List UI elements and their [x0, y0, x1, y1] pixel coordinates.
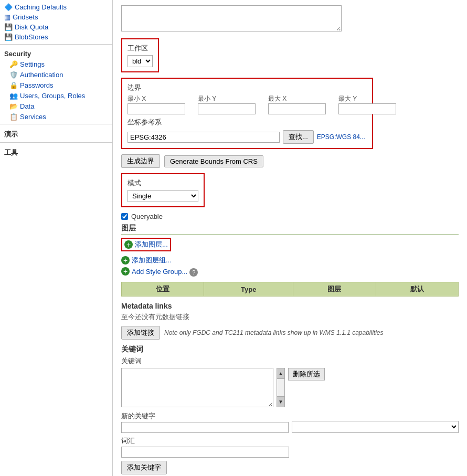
layers-table: 位置 Type 图层 默认: [121, 282, 459, 297]
generate-buttons-row: 生成边界 Generate Bounds From CRS: [121, 154, 459, 168]
max-y-label: 最大 Y: [338, 94, 407, 114]
sidebar-item-label: Settings: [20, 60, 45, 68]
top-textarea-wrapper: [121, 5, 459, 33]
vocab-input[interactable]: [121, 447, 289, 458]
no-metadata-text: 至今还没有元数据链接: [121, 312, 459, 322]
add-link-button[interactable]: 添加链接: [121, 326, 160, 340]
gen-bounds-button[interactable]: 生成边界: [121, 154, 160, 168]
crs-label: 坐标参考系: [128, 118, 367, 127]
help-icon[interactable]: ?: [189, 268, 198, 277]
sidebar-item-label: BlobStores: [15, 33, 48, 41]
add-style-group-icon: +: [121, 267, 130, 276]
passwords-icon: 🔒: [9, 81, 18, 89]
keywords-title: 关键词: [121, 345, 459, 354]
add-layer-label: 添加图层...: [135, 240, 168, 249]
sidebar: 🔷 Caching Defaults ▦ Gridsets 💾 Disk Quo…: [0, 0, 113, 476]
col-default: 默认: [376, 282, 458, 297]
sidebar-item-disk-quota[interactable]: 💾 Disk Quota: [0, 22, 112, 32]
mode-select[interactable]: Single Cascaded WMS Earth Observation: [128, 190, 198, 202]
layers-title: 图层: [121, 224, 459, 235]
settings-icon: 🔑: [9, 60, 18, 68]
new-keyword-row: 新的关键字: [121, 411, 459, 433]
sidebar-item-services[interactable]: 📋 Services: [0, 111, 112, 122]
vocab-label: 词汇: [121, 436, 459, 446]
max-x-input[interactable]: [268, 103, 326, 114]
col-position: 位置: [122, 282, 204, 297]
data-icon: 📂: [9, 102, 18, 110]
add-layer-group-icon: +: [121, 256, 130, 265]
crs-input[interactable]: EPSG:4326: [128, 132, 280, 143]
new-keyword-label: 新的关键字: [121, 411, 289, 421]
crs-link[interactable]: EPSG:WGS 84...: [317, 133, 365, 141]
sidebar-item-blobstores[interactable]: 💾 BlobStores: [0, 32, 112, 42]
scrollbar[interactable]: ▲ ▼: [277, 368, 285, 407]
blobstores-icon: 💾: [4, 33, 13, 41]
sidebar-item-caching-defaults[interactable]: 🔷 Caching Defaults: [0, 2, 112, 12]
scroll-down-arrow[interactable]: ▼: [277, 396, 284, 407]
users-icon: 👥: [9, 91, 18, 100]
vocab-select[interactable]: [292, 421, 459, 433]
keywords-section: 关键词 关键词 ▲ ▼ 删除所选 新的关键字: [121, 345, 459, 474]
add-layer-icon: +: [124, 240, 133, 249]
vocab-col: [292, 411, 459, 433]
sidebar-item-label: Data: [20, 102, 34, 110]
keywords-textarea-wrapper: ▲ ▼ 删除所选: [121, 368, 459, 407]
workspace-select[interactable]: bld: [128, 55, 153, 67]
max-x-label: 最大 X: [268, 94, 336, 114]
clear-selection-button[interactable]: 删除所选: [288, 368, 325, 380]
demo-label: 演示: [0, 126, 112, 140]
add-style-group-label: Add Style Group...: [132, 268, 187, 276]
new-keyword-col: 新的关键字: [121, 411, 289, 433]
keywords-sublabel: 关键词: [121, 356, 459, 366]
min-y-label: 最小 Y: [198, 94, 266, 114]
sidebar-item-label: Disk Quota: [15, 23, 48, 31]
queryable-checkbox[interactable]: [121, 213, 128, 220]
add-style-group-wrapper: + Add Style Group... ?: [121, 267, 459, 278]
top-textarea[interactable]: [121, 5, 342, 31]
sidebar-item-label: Services: [20, 113, 46, 121]
sidebar-item-label: Caching Defaults: [15, 3, 67, 11]
authentication-icon: 🛡️: [9, 70, 18, 79]
vocab-spacer: [292, 411, 459, 421]
sidebar-item-passwords[interactable]: 🔒 Passwords: [0, 80, 112, 90]
sidebar-item-authentication[interactable]: 🛡️ Authentication: [0, 69, 112, 80]
vocab-row: 词汇: [121, 436, 459, 458]
min-x-label: 最小 X: [128, 94, 196, 114]
sidebar-item-data[interactable]: 📂 Data: [0, 101, 112, 111]
mode-label: 模式: [128, 178, 198, 188]
services-icon: 📋: [9, 112, 18, 121]
min-x-input[interactable]: [128, 103, 185, 114]
add-style-group-link[interactable]: + Add Style Group...: [121, 267, 187, 276]
sidebar-item-label: Authentication: [20, 71, 63, 79]
max-y-input[interactable]: [338, 103, 396, 114]
scroll-up-arrow[interactable]: ▲: [277, 368, 284, 379]
metadata-title: Metadata links: [121, 302, 459, 310]
keywords-textarea[interactable]: [121, 368, 273, 407]
add-keyword-button[interactable]: 添加关键字: [121, 461, 167, 474]
sidebar-item-label: Gridsets: [13, 13, 38, 21]
min-y-input[interactable]: [198, 103, 256, 114]
workspace-label: 工作区: [128, 44, 153, 53]
scrollbar-area: ▲ ▼: [277, 368, 285, 407]
main-content: 工作区 bld 边界 最小 X 最小 Y 最大 X 最大 Y 坐: [113, 0, 467, 476]
sidebar-item-users-groups-roles[interactable]: 👥 Users, Groups, Roles: [0, 90, 112, 101]
security-section-label: Security: [0, 47, 112, 59]
crs-row: EPSG:4326 查找... EPSG:WGS 84...: [128, 130, 367, 144]
add-link-row: 添加链接 Note only FGDC and TC211 metadata l…: [121, 326, 459, 340]
add-layer-group-wrapper: + 添加图层组...: [121, 256, 459, 265]
metadata-note: Note only FGDC and TC211 metadata links …: [164, 329, 384, 336]
tools-label: 工具: [0, 145, 112, 158]
gen-bounds-crs-button[interactable]: Generate Bounds From CRS: [164, 155, 263, 167]
sidebar-item-label: Passwords: [20, 81, 54, 89]
bounds-label: 边界: [128, 83, 367, 92]
sidebar-item-gridsets[interactable]: ▦ Gridsets: [0, 12, 112, 22]
bounds-section: 边界 最小 X 最小 Y 最大 X 最大 Y 坐标参考系 EPSG:4326 查…: [121, 78, 373, 149]
add-layer-wrapper: + 添加图层...: [121, 238, 459, 253]
add-layer-link[interactable]: + 添加图层...: [121, 238, 171, 251]
sidebar-item-settings[interactable]: 🔑 Settings: [0, 59, 112, 69]
find-button[interactable]: 查找...: [283, 130, 314, 144]
add-layer-group-link[interactable]: + 添加图层组...: [121, 256, 459, 265]
gridsets-icon: ▦: [4, 13, 10, 21]
new-keyword-input[interactable]: [121, 422, 289, 433]
mode-section: 模式 Single Cascaded WMS Earth Observation: [121, 173, 205, 207]
